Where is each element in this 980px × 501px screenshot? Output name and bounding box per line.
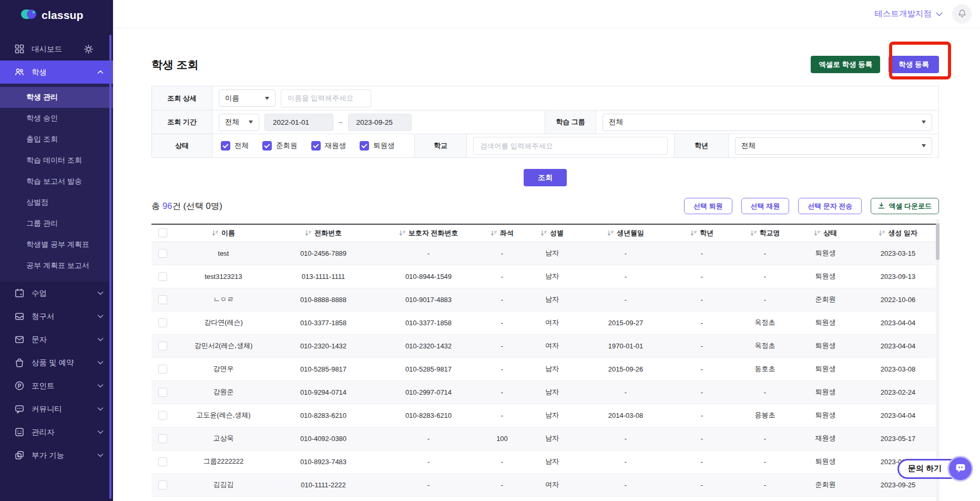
- period-type-select[interactable]: 전체: [219, 114, 259, 131]
- sort-icon[interactable]: [491, 230, 497, 236]
- row-checkbox[interactable]: [158, 388, 167, 397]
- notifications-button[interactable]: [952, 4, 972, 24]
- row-checkbox[interactable]: [158, 272, 167, 281]
- row-checkbox[interactable]: [158, 249, 167, 258]
- status-checkbox-재원생[interactable]: 재원생: [311, 141, 346, 151]
- bulk-withdraw-button[interactable]: 선택 퇴원: [684, 198, 732, 214]
- sidebar-subitem[interactable]: 공부 계획표 보고서: [0, 255, 113, 276]
- chevron-down-icon: [97, 407, 104, 411]
- period-end-date[interactable]: 2023-09-25: [348, 114, 412, 131]
- column-header[interactable]: 학년: [668, 224, 736, 242]
- row-checkbox[interactable]: [158, 295, 167, 304]
- table-row[interactable]: test3123213013-1111-1111010-8944-1549-남자…: [151, 265, 939, 288]
- cell: 2023-05-17: [857, 427, 939, 450]
- cell: 2022-10-06: [857, 288, 939, 311]
- detail-field-select[interactable]: 이름: [219, 89, 275, 107]
- sidebar-item-students[interactable]: 학생: [0, 61, 113, 84]
- status-checkbox-준회원[interactable]: 준회원: [262, 141, 298, 151]
- status-checkbox-퇴원생[interactable]: 퇴원생: [360, 141, 395, 151]
- table-row[interactable]: 고도윤(레슨,생체)010-8283-6210010-8283-6210-남자2…: [151, 404, 939, 427]
- sidebar-item-products[interactable]: 상품 및 예약: [0, 351, 113, 374]
- sidebar-subitem[interactable]: 학생별 공부 계획표: [0, 234, 113, 255]
- row-checkbox[interactable]: [158, 411, 167, 420]
- sort-icon[interactable]: [399, 230, 406, 236]
- table-scrollbar-thumb[interactable]: [936, 223, 940, 260]
- result-count-number: 96: [162, 201, 172, 211]
- learning-group-select[interactable]: 전체: [603, 114, 932, 131]
- sort-icon[interactable]: [750, 230, 757, 236]
- row-checkbox[interactable]: [158, 365, 167, 374]
- column-header[interactable]: 생년월일: [584, 224, 668, 242]
- caret-icon: [265, 97, 269, 100]
- sidebar-item-dashboard[interactable]: 대시보드: [0, 37, 113, 61]
- sidebar-item-classes[interactable]: 수업: [0, 282, 113, 305]
- bulk-enroll-button[interactable]: 선택 재원: [741, 198, 790, 214]
- table-row[interactable]: 강다연(레슨)010-3377-1858010-3377-1858-여자2015…: [151, 311, 939, 334]
- column-header[interactable]: 좌석: [484, 224, 520, 242]
- sort-icon[interactable]: [879, 230, 885, 236]
- branch-selector[interactable]: 테스트개발지점: [875, 8, 943, 19]
- column-header[interactable]: 보호자 전화번호: [373, 224, 484, 242]
- select-all-checkbox[interactable]: [158, 228, 167, 237]
- table-row[interactable]: 김김김010-1111-2222--여자---준회원2023-09-25: [151, 473, 939, 496]
- chat-launcher-button[interactable]: [947, 456, 973, 482]
- sidebar-item-community[interactable]: 커뮤니티: [0, 397, 113, 420]
- sort-icon[interactable]: [690, 230, 697, 236]
- brand-logo[interactable]: classup: [0, 0, 113, 22]
- cell: 준회원: [794, 473, 857, 496]
- column-header[interactable]: 생성 일자: [857, 224, 939, 242]
- sort-icon[interactable]: [814, 230, 821, 236]
- sidebar-scrollbar[interactable]: [109, 35, 111, 499]
- sort-icon[interactable]: [607, 230, 614, 236]
- table-row[interactable]: 그룹2222222010-8923-7483--남자---퇴원생2023-03-…: [151, 450, 939, 473]
- sidebar-subitem[interactable]: 학생 승인: [0, 108, 113, 129]
- table-row[interactable]: 강연우010-5285-9817010-5285-9817-남자2015-09-…: [151, 357, 939, 380]
- chevron-down-icon: [936, 9, 943, 19]
- table-row[interactable]: 고상욱010-4092-0380-100남자---재원생2023-05-17: [151, 427, 939, 450]
- detail-search-input[interactable]: [281, 89, 371, 107]
- filter-grade-label: 학년: [674, 134, 729, 157]
- sidebar-item-admin[interactable]: 관리자: [0, 420, 113, 444]
- sidebar-subitem[interactable]: 학습 데이터 조회: [0, 150, 113, 171]
- column-header[interactable]: 상태: [794, 224, 857, 242]
- column-header[interactable]: 성별: [520, 224, 584, 242]
- excel-register-button[interactable]: 엑셀로 학생 등록: [811, 56, 880, 73]
- table-row[interactable]: 강원준010-9294-0714010-2997-0714-남자---퇴원생20…: [151, 380, 939, 404]
- table-row[interactable]: test010-2456-7889--남자---퇴원생2023-03-15: [151, 242, 939, 265]
- register-student-button[interactable]: 학생 등록: [889, 56, 939, 73]
- sidebar-subitem[interactable]: 그룹 관리: [0, 213, 113, 234]
- column-header[interactable]: 학교명: [736, 224, 794, 242]
- excel-download-button[interactable]: 엑셀 다운로드: [871, 198, 939, 214]
- sort-icon[interactable]: [305, 230, 312, 236]
- cell: 옥정초: [736, 334, 794, 357]
- sidebar-subitem[interactable]: 상벌점: [0, 192, 113, 213]
- sort-icon[interactable]: [212, 230, 219, 236]
- column-header[interactable]: 전화번호: [273, 224, 373, 242]
- row-checkbox[interactable]: [158, 480, 167, 489]
- school-search-input[interactable]: [473, 137, 668, 155]
- search-button[interactable]: 조회: [524, 169, 567, 186]
- sidebar-item-addons[interactable]: 부가 기능: [0, 444, 113, 467]
- bulk-sms-button[interactable]: 선택 문자 전송: [798, 198, 862, 214]
- table-row[interactable]: 강민서2(레슨,생체)010-2320-1432010-2320-1432-여자…: [151, 334, 939, 357]
- table-row[interactable]: ㄴㅇㄹ010-8888-8888010-9017-4883-남자---준회원20…: [151, 288, 939, 311]
- cell: 2023-02-24: [857, 380, 939, 404]
- sort-icon[interactable]: [540, 230, 547, 236]
- column-header[interactable]: 이름: [173, 224, 273, 242]
- row-checkbox[interactable]: [158, 457, 167, 466]
- row-checkbox[interactable]: [158, 318, 167, 327]
- cell: -: [668, 404, 736, 427]
- sidebar-item-points[interactable]: P포인트: [0, 374, 113, 397]
- sidebar-item-invoices[interactable]: 청구서: [0, 305, 113, 328]
- cell: -: [736, 450, 794, 473]
- sidebar-item-sms[interactable]: 문자: [0, 328, 113, 351]
- row-checkbox[interactable]: [158, 434, 167, 443]
- period-start-date[interactable]: 2022-01-01: [264, 114, 333, 131]
- grade-select[interactable]: 전체: [735, 137, 932, 155]
- sidebar-subitem[interactable]: 학습 보고서 발송: [0, 171, 113, 192]
- gear-icon[interactable]: [83, 44, 94, 55]
- row-checkbox[interactable]: [158, 342, 167, 350]
- status-checkbox-전체[interactable]: 전체: [221, 141, 249, 151]
- sidebar-subitem[interactable]: 학생 관리: [0, 87, 113, 108]
- sidebar-subitem[interactable]: 출입 조회: [0, 129, 113, 150]
